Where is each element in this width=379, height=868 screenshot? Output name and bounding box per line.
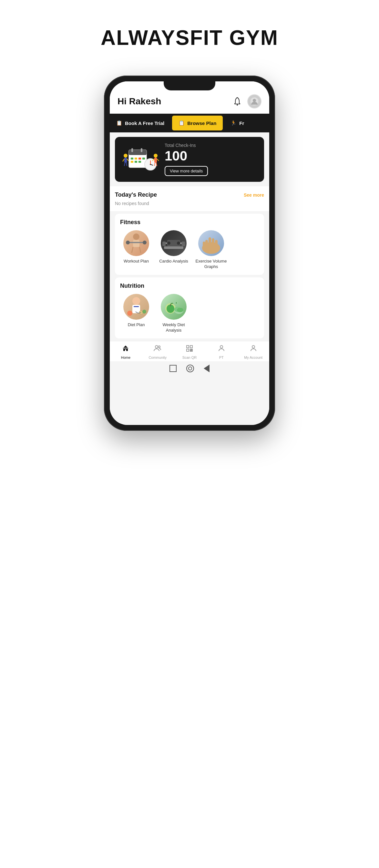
svg-point-40 [177,242,180,245]
home-button-inner [188,367,192,370]
checkin-info: Total Check-Ins 100 View more details [165,143,258,176]
nav-scan-qr[interactable]: Scan QR [180,345,199,360]
workout-plan-item[interactable]: Workout Plan [120,230,152,270]
cardio-analysis-item[interactable]: Cardio Analysis [158,230,190,270]
svg-rect-53 [134,306,139,307]
app-title: ALWAYSFIT GYM [101,26,278,50]
svg-line-20 [123,159,124,161]
see-more-link[interactable]: See more [244,192,264,197]
checkin-count: 100 [165,149,258,163]
community-label: Community [149,355,166,360]
nav-pt[interactable]: PT [212,345,231,360]
svg-rect-48 [212,238,214,247]
free-label: Fr [239,120,244,126]
tab-free[interactable]: 🏃 Fr [224,114,251,132]
phone-frame: Hi Rakesh [104,75,275,431]
tab-navigation: 📋 Book A Free Trial 📋 Browse Plan 🏃 Fr [110,114,269,132]
svg-rect-13 [138,161,141,163]
svg-rect-10 [143,158,145,159]
header-icons [232,94,261,108]
svg-point-39 [167,242,170,245]
svg-line-22 [124,163,125,166]
svg-line-35 [132,247,133,253]
content-area: Total Check-Ins 100 View more details To… [110,132,269,425]
home-label: Home [121,355,130,360]
svg-point-33 [126,241,130,244]
svg-line-36 [139,247,141,253]
svg-point-65 [155,345,158,348]
svg-rect-69 [187,349,189,351]
nutrition-section: Nutrition [115,277,264,338]
svg-point-66 [158,346,160,348]
diet-plan-item[interactable]: Diet Plan [120,294,152,333]
svg-rect-44 [182,242,185,246]
exercise-volume-item[interactable]: Exercise Volume Graphs [195,230,227,270]
svg-line-21 [127,159,128,161]
pt-label: PT [219,355,224,360]
recipe-header: Today's Recipe See more [115,191,264,198]
cardio-analysis-label: Cardio Analysis [159,259,188,264]
svg-rect-31 [133,240,139,247]
svg-rect-6 [141,148,143,152]
diet-plan-label: Diet Plan [128,322,145,328]
home-icon [122,345,129,354]
home-button[interactable] [186,365,194,372]
svg-rect-43 [162,242,166,246]
svg-point-34 [143,241,147,244]
scan-qr-icon [186,345,193,354]
nutrition-grid: Diet Plan [120,294,259,333]
svg-rect-12 [135,161,137,163]
svg-rect-50 [203,242,205,249]
svg-point-18 [124,154,128,158]
checkin-illustration [121,147,159,173]
svg-point-73 [220,345,223,348]
svg-line-23 [126,163,127,166]
svg-point-0 [236,104,238,105]
bottom-navigation: Home Community [110,341,269,361]
weekly-diet-label: Weekly Diet Analysis [158,322,190,333]
back-button[interactable] [204,365,210,372]
svg-rect-67 [187,345,189,348]
square-button[interactable] [169,365,177,372]
free-icon: 🏃 [230,120,236,126]
pt-icon [218,345,225,354]
svg-rect-47 [209,237,211,248]
community-icon [154,345,161,354]
nav-my-account[interactable]: My Account [244,345,263,360]
notification-bell-icon[interactable] [232,96,243,107]
svg-point-55 [127,311,132,316]
fitness-section: Fitness [115,214,264,275]
book-trial-icon: 📋 [116,120,122,126]
svg-rect-46 [205,240,208,248]
nav-home[interactable]: Home [116,345,135,360]
nutrition-title: Nutrition [120,283,259,289]
tab-book-trial[interactable]: 📋 Book A Free Trial [110,114,171,132]
cardio-analysis-circle [161,230,187,256]
nav-community[interactable]: Community [148,345,167,360]
svg-point-56 [143,310,146,314]
tab-browse-plan[interactable]: 📋 Browse Plan [172,116,223,130]
app-screen: Hi Rakesh [110,82,269,425]
svg-point-30 [133,234,139,240]
svg-rect-37 [164,246,183,249]
workout-plan-circle [123,230,149,256]
exercise-volume-label: Exercise Volume Graphs [195,259,227,270]
weekly-diet-item[interactable]: Weekly Diet Analysis [158,294,190,333]
checkin-card: Total Check-Ins 100 View more details [115,137,264,182]
user-avatar[interactable] [247,94,261,108]
svg-point-74 [252,345,255,348]
view-details-button[interactable]: View more details [165,166,208,176]
book-trial-label: Book A Free Trial [125,120,164,126]
svg-rect-9 [138,158,141,159]
greeting-text: Hi Rakesh [118,96,161,106]
recipe-title: Today's Recipe [115,191,157,198]
browse-plan-label: Browse Plan [187,120,216,126]
phone-screen: Hi Rakesh [110,82,269,425]
svg-rect-8 [135,158,137,159]
svg-rect-25 [154,158,157,163]
svg-rect-7 [131,158,133,159]
workout-plan-label: Workout Plan [124,259,149,264]
my-account-icon [250,345,257,354]
svg-rect-72 [190,351,192,351]
scan-qr-label: Scan QR [182,355,197,360]
